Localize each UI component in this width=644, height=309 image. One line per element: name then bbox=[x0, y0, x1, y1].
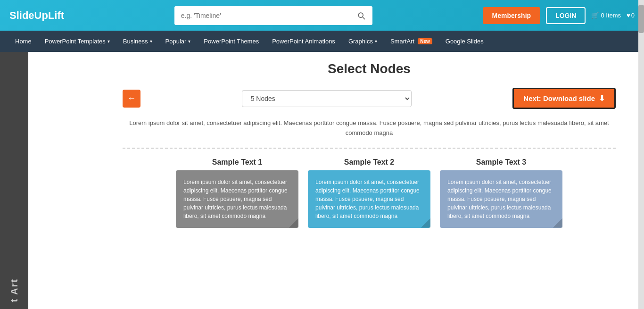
sample-text-3: Lorem ipsum dolor sit amet, consectetuer… bbox=[447, 179, 552, 219]
nav-item-google-slides[interactable]: Google Slides bbox=[440, 33, 489, 50]
nav-label-google-slides: Google Slides bbox=[446, 38, 484, 45]
page-title: Select Nodes bbox=[123, 61, 616, 76]
controls-row: ← 5 Nodes 3 Nodes 4 Nodes 6 Nodes Next: … bbox=[123, 88, 616, 109]
main-area: t Art Select Nodes ← 5 Nodes 3 Nodes 4 N… bbox=[0, 52, 644, 309]
search-input[interactable] bbox=[174, 6, 350, 25]
card-fold-1 bbox=[289, 218, 298, 228]
nav-label-ppt-animations: PowerPoint Animations bbox=[272, 38, 335, 45]
nav-item-powerpoint-animations[interactable]: PowerPoint Animations bbox=[266, 33, 341, 50]
nav-label-graphics: Graphics bbox=[348, 38, 373, 45]
back-button[interactable]: ← bbox=[123, 90, 140, 108]
logo[interactable]: SlideUpLift bbox=[9, 9, 64, 22]
login-button[interactable]: LOGIN bbox=[546, 7, 586, 24]
nav-label-smartart: SmartArt bbox=[390, 38, 414, 45]
cart-count: 0 Items bbox=[601, 12, 621, 19]
sample-title-2: Sample Text 2 bbox=[308, 158, 430, 167]
nav-item-powerpoint-themes[interactable]: PowerPoint Themes bbox=[198, 33, 264, 50]
card-fold-3 bbox=[553, 218, 562, 228]
scrollbar-thumb[interactable] bbox=[638, 5, 644, 33]
chevron-down-icon: ▾ bbox=[150, 39, 152, 44]
sample-card-1: Sample Text 1 Lorem ipsum dolor sit amet… bbox=[176, 158, 298, 228]
new-badge: New bbox=[418, 38, 432, 44]
nav-item-graphics[interactable]: Graphics ▾ bbox=[343, 33, 383, 50]
nav-item-business[interactable]: Business ▾ bbox=[117, 33, 158, 50]
sample-body-3: Lorem ipsum dolor sit amet, consectetuer… bbox=[440, 170, 562, 228]
cart-area[interactable]: 🛒 0 Items bbox=[591, 12, 621, 19]
sidebar: t Art bbox=[0, 52, 94, 309]
nav-label-ppt-themes: PowerPoint Themes bbox=[204, 38, 259, 45]
sample-text-2: Lorem ipsum dolor sit amet, consectetuer… bbox=[315, 179, 420, 219]
nav-label-business: Business bbox=[123, 38, 148, 45]
sample-card-3: Sample Text 3 Lorem ipsum dolor sit amet… bbox=[440, 158, 562, 228]
nav: Home PowerPoint Templates ▾ Business ▾ P… bbox=[0, 31, 644, 52]
divider bbox=[123, 148, 616, 149]
search-icon bbox=[356, 11, 366, 20]
sample-body-2: Lorem ipsum dolor sit amet, consectetuer… bbox=[308, 170, 430, 228]
next-download-button[interactable]: Next: Download slide ⬇ bbox=[512, 88, 616, 109]
heart-icon: ♥ bbox=[627, 12, 630, 19]
description-text: Lorem ipsum dolor sit amet, consectetuer… bbox=[123, 118, 616, 138]
next-button-label: Next: Download slide bbox=[523, 94, 595, 102]
chevron-down-icon: ▾ bbox=[107, 39, 110, 44]
download-icon: ⬇ bbox=[599, 94, 605, 103]
sidebar-vertical-label: t Art bbox=[9, 278, 20, 302]
sample-title-1: Sample Text 1 bbox=[176, 158, 298, 167]
header-right: Membership LOGIN 🛒 0 Items ♥ 0 bbox=[483, 7, 635, 24]
wishlist-area[interactable]: ♥ 0 bbox=[627, 12, 635, 19]
samples-row: Sample Text 1 Lorem ipsum dolor sit amet… bbox=[123, 158, 616, 228]
content-area: Select Nodes ← 5 Nodes 3 Nodes 4 Nodes 6… bbox=[94, 52, 644, 309]
chevron-down-icon: ▾ bbox=[188, 39, 190, 44]
wishlist-count: 0 bbox=[631, 12, 635, 19]
sample-text-1: Lorem ipsum dolor sit amet, consectetuer… bbox=[183, 179, 288, 219]
nav-label-ppt-templates: PowerPoint Templates bbox=[45, 38, 106, 45]
nav-item-popular[interactable]: Popular ▾ bbox=[160, 33, 197, 50]
card-fold-2 bbox=[421, 218, 430, 228]
search-bar bbox=[174, 6, 372, 25]
header: SlideUpLift Membership LOGIN 🛒 0 Items ♥… bbox=[0, 0, 644, 31]
nav-item-smartart[interactable]: SmartArt New bbox=[385, 33, 438, 50]
nav-label-popular: Popular bbox=[165, 38, 187, 45]
nav-label-home: Home bbox=[15, 38, 32, 45]
cart-icon: 🛒 bbox=[591, 12, 599, 19]
scrollbar[interactable] bbox=[638, 0, 644, 309]
sample-body-1: Lorem ipsum dolor sit amet, consectetuer… bbox=[176, 170, 298, 228]
nodes-selector[interactable]: 5 Nodes 3 Nodes 4 Nodes 6 Nodes bbox=[242, 90, 412, 107]
sidebar-dark-panel bbox=[0, 52, 28, 309]
chevron-down-icon: ▾ bbox=[375, 39, 377, 44]
sample-title-3: Sample Text 3 bbox=[440, 158, 562, 167]
sidebar-vertical-text-area: t Art bbox=[0, 278, 28, 302]
membership-button[interactable]: Membership bbox=[483, 7, 540, 24]
nav-item-home[interactable]: Home bbox=[9, 33, 37, 50]
sample-card-2: Sample Text 2 Lorem ipsum dolor sit amet… bbox=[308, 158, 430, 228]
search-button[interactable] bbox=[350, 6, 372, 25]
nav-item-powerpoint-templates[interactable]: PowerPoint Templates ▾ bbox=[39, 33, 116, 50]
